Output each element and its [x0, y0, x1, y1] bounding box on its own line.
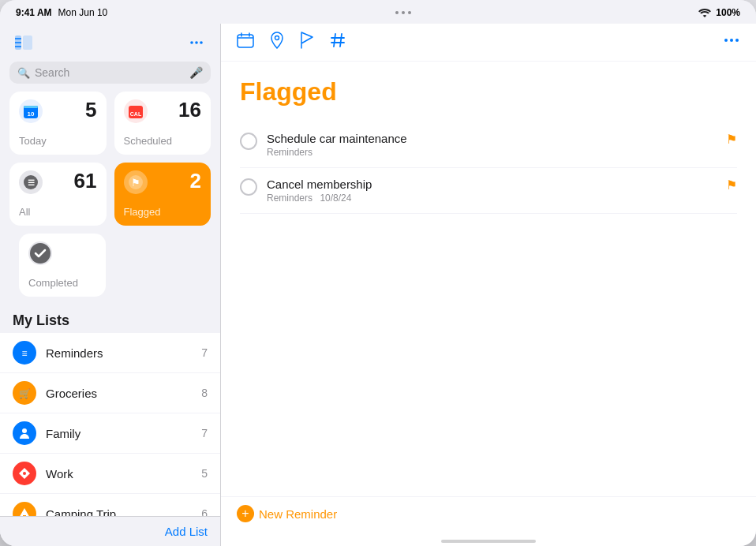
flagged-count: 2: [190, 170, 201, 191]
add-list-button[interactable]: Add List: [165, 525, 208, 538]
groceries-list-count: 8: [201, 387, 208, 399]
smart-card-flagged[interactable]: ⚑ 2 Flagged: [114, 163, 211, 226]
flag-toolbar-icon[interactable]: [300, 32, 314, 53]
content-body: Flagged Schedule car maintenance Reminde…: [221, 62, 756, 496]
svg-point-5: [190, 41, 193, 44]
svg-text:⚑: ⚑: [131, 177, 140, 189]
home-indicator: [221, 535, 756, 546]
scheduled-count: 16: [178, 99, 201, 120]
family-list-count: 7: [201, 427, 208, 439]
completed-icon: [28, 241, 52, 265]
reminders-list-icon: ≡: [13, 341, 36, 365]
work-list-name: Work: [46, 467, 192, 481]
reminder-subtitle-2: Reminders 10/8/24: [267, 193, 717, 204]
family-list-name: Family: [46, 427, 192, 440]
page-title: Flagged: [240, 77, 737, 107]
scheduled-label: Scheduled: [124, 135, 202, 147]
sidebar: 🔍 🎤 10: [0, 24, 221, 546]
all-icon: ☰: [19, 170, 43, 194]
svg-text:CAL: CAL: [129, 111, 141, 117]
content-more-button[interactable]: [723, 32, 740, 53]
svg-rect-10: [24, 106, 38, 108]
smart-card-scheduled[interactable]: CAL 16 Scheduled: [114, 92, 211, 155]
list-item-work[interactable]: Work 5: [0, 454, 220, 494]
svg-rect-26: [238, 35, 253, 47]
reminder-item-2: Cancel membership Reminders 10/8/24 ⚑: [240, 168, 737, 214]
status-dot-1: [395, 11, 399, 14]
status-right: 100%: [698, 7, 740, 18]
new-reminder-label: New Reminder: [259, 507, 337, 521]
reminder-title-1: Schedule car maintenance: [267, 132, 717, 145]
main-content: Flagged Schedule car maintenance Reminde…: [221, 24, 756, 546]
sidebar-more-button[interactable]: [185, 32, 208, 54]
calendar-toolbar-icon[interactable]: [237, 32, 254, 52]
svg-point-18: [30, 243, 51, 264]
smart-card-flagged-top: ⚑ 2: [124, 170, 202, 194]
svg-text:🛒: 🛒: [19, 387, 31, 399]
sidebar-bottom: Add List: [0, 516, 220, 546]
today-icon: 10: [19, 99, 43, 123]
smart-card-completed[interactable]: Completed: [19, 234, 106, 297]
completed-top: [28, 241, 96, 265]
completed-row: Completed: [0, 234, 220, 305]
hashtag-toolbar-icon[interactable]: [330, 32, 346, 52]
sidebar-toggle-button[interactable]: [13, 32, 35, 54]
svg-marker-24: [18, 508, 31, 516]
reminder-circle-1[interactable]: [240, 133, 257, 150]
smart-card-all-top: ☰ 61: [19, 170, 97, 194]
camping-list-count: 6: [201, 507, 208, 516]
list-item-reminders[interactable]: ≡ Reminders 7: [0, 332, 220, 373]
work-list-icon: [13, 462, 36, 485]
smart-card-today[interactable]: 10 5 Today: [9, 92, 107, 155]
family-list-icon: [13, 421, 36, 445]
svg-line-32: [340, 34, 342, 47]
reminder-title-2: Cancel membership: [267, 178, 717, 191]
new-reminder-plus-icon: +: [237, 505, 254, 522]
svg-point-36: [730, 39, 733, 42]
svg-point-35: [724, 39, 728, 42]
list-item-family[interactable]: Family 7: [0, 413, 220, 454]
svg-line-31: [334, 34, 335, 47]
status-left: 9:41 AM Mon Jun 10: [16, 7, 107, 18]
reminder-circle-2[interactable]: [240, 178, 257, 196]
svg-point-23: [23, 472, 26, 475]
svg-point-21: [22, 428, 27, 433]
reminder-item-1: Schedule car maintenance Reminders ⚑: [240, 122, 737, 168]
device-frame: 9:41 AM Mon Jun 10 100%: [0, 0, 756, 546]
status-dot-3: [408, 11, 411, 14]
status-center: [395, 11, 411, 14]
location-toolbar-icon[interactable]: [270, 32, 284, 53]
svg-point-7: [200, 41, 203, 44]
svg-text:10: 10: [28, 110, 35, 118]
search-input[interactable]: [35, 66, 185, 79]
list-item-groceries[interactable]: 🛒 Groceries 8: [0, 373, 220, 413]
list-items-container: ≡ Reminders 7 🛒 Groceries 8: [0, 332, 220, 516]
reminder-flag-1: ⚑: [726, 132, 737, 147]
svg-point-6: [195, 41, 198, 44]
list-item-camping[interactable]: Camping Trip 6: [0, 494, 220, 516]
reminder-info-1: Schedule car maintenance Reminders: [267, 132, 717, 158]
content-toolbar: [221, 24, 756, 62]
wifi-icon: [698, 8, 711, 17]
reminder-date-2: 10/8/24: [320, 193, 351, 204]
smart-card-today-top: 10 5: [19, 99, 97, 123]
home-bar: [441, 540, 536, 543]
scheduled-icon: CAL: [124, 99, 148, 123]
microphone-icon[interactable]: 🎤: [189, 66, 203, 79]
svg-rect-1: [23, 36, 32, 50]
all-count: 61: [74, 170, 97, 191]
all-label: All: [19, 206, 97, 218]
flagged-icon: ⚑: [124, 170, 148, 194]
battery-label: 100%: [716, 7, 740, 18]
status-time: 9:41 AM: [16, 7, 52, 18]
content-bottom-bar: + New Reminder: [221, 496, 756, 535]
smart-card-scheduled-top: CAL 16: [124, 99, 202, 123]
search-bar[interactable]: 🔍 🎤: [9, 62, 211, 84]
work-list-count: 5: [201, 467, 208, 480]
reminder-info-2: Cancel membership Reminders 10/8/24: [267, 178, 717, 204]
smart-card-all[interactable]: ☰ 61 All: [9, 163, 107, 226]
smart-lists-grid: 10 5 Today CAL: [0, 92, 220, 234]
reminder-subtitle-1: Reminders: [267, 147, 717, 158]
status-bar: 9:41 AM Mon Jun 10 100%: [0, 0, 756, 24]
new-reminder-button[interactable]: + New Reminder: [237, 505, 337, 522]
